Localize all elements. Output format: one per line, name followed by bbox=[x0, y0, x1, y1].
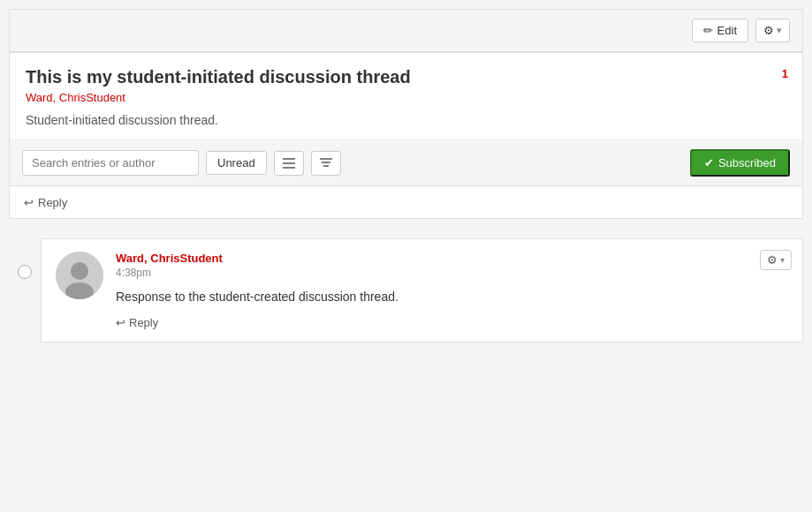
unread-button[interactable]: Unread bbox=[206, 151, 267, 175]
search-input[interactable] bbox=[22, 150, 199, 176]
sort-button-1[interactable] bbox=[274, 151, 304, 176]
avatar bbox=[56, 252, 103, 299]
discussion-header: This is my student-initiated discussion … bbox=[10, 53, 802, 140]
comment-section: Ward, ChrisStudent 4:38pm Response to th… bbox=[9, 230, 803, 351]
check-icon: ✔ bbox=[704, 156, 714, 169]
comment-gear-button[interactable]: ⚙ ▾ bbox=[760, 250, 792, 270]
gear-icon: ⚙ bbox=[763, 24, 774, 37]
reply-label: Reply bbox=[38, 196, 67, 209]
discussion-body: Student-initiated discussion thread. bbox=[26, 113, 786, 127]
discussion-title: This is my student-initiated discussion … bbox=[26, 67, 786, 87]
comment-reply-label: Reply bbox=[129, 316, 158, 329]
discussion-reply-count: 1 bbox=[782, 67, 788, 80]
comment-content: Ward, ChrisStudent 4:38pm Response to th… bbox=[116, 252, 788, 329]
discussion-author: Ward, ChrisStudent bbox=[26, 91, 786, 104]
filter-sort-icon bbox=[319, 156, 333, 170]
filter-bar: Unread ✔ Subscribed bbox=[10, 140, 802, 186]
comment-author: Ward, ChrisStudent bbox=[116, 252, 788, 265]
unread-label: Unread bbox=[217, 156, 255, 169]
comment-chevron-icon: ▾ bbox=[780, 255, 785, 265]
avatar-icon bbox=[56, 252, 103, 299]
comment-body: Response to the student-created discussi… bbox=[116, 288, 788, 306]
reply-link[interactable]: ↩ Reply bbox=[24, 196, 67, 209]
subscribed-label: Subscribed bbox=[718, 156, 776, 169]
gear-button[interactable]: ⚙ ▾ bbox=[755, 19, 790, 42]
sort-lines-icon bbox=[282, 156, 296, 170]
chevron-down-icon: ▾ bbox=[777, 25, 782, 36]
comment-radio[interactable] bbox=[18, 265, 32, 279]
top-toolbar: ✏ Edit ⚙ ▾ bbox=[9, 9, 803, 52]
comment-inner: Ward, ChrisStudent 4:38pm Response to th… bbox=[56, 252, 788, 329]
svg-point-7 bbox=[71, 262, 88, 280]
comment-card: Ward, ChrisStudent 4:38pm Response to th… bbox=[41, 238, 803, 343]
page-wrapper: ✏ Edit ⚙ ▾ This is my student-initiated … bbox=[0, 0, 812, 360]
comment-reply-link[interactable]: ↩ Reply bbox=[116, 316, 158, 329]
comment-gear-icon: ⚙ bbox=[767, 253, 778, 267]
sort-button-2[interactable] bbox=[311, 151, 341, 176]
discussion-card: This is my student-initiated discussion … bbox=[9, 52, 803, 219]
subscribed-button[interactable]: ✔ Subscribed bbox=[690, 149, 790, 177]
filter-bar-right: ✔ Subscribed bbox=[690, 149, 790, 177]
reply-bar: ↩ Reply bbox=[10, 186, 802, 218]
comment-reply-arrow-icon: ↩ bbox=[116, 316, 125, 329]
edit-icon: ✏ bbox=[703, 24, 713, 37]
reply-arrow-icon: ↩ bbox=[24, 196, 34, 209]
comment-time: 4:38pm bbox=[116, 267, 788, 279]
edit-button[interactable]: ✏ Edit bbox=[692, 19, 748, 42]
edit-label: Edit bbox=[717, 24, 737, 37]
